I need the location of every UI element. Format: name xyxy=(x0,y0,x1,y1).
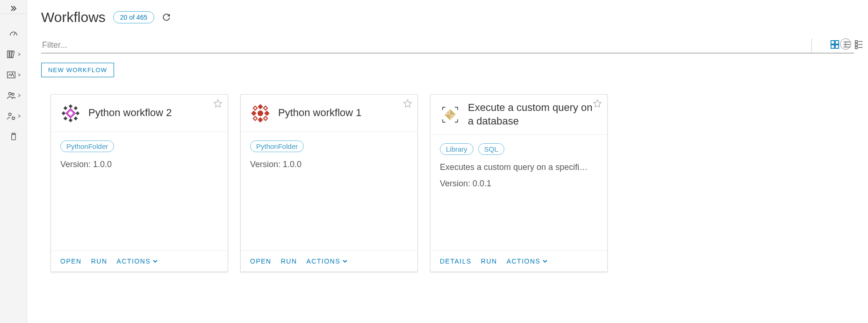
svg-rect-29 xyxy=(69,118,72,122)
card-body: LibrarySQLExecutes a custom query on a s… xyxy=(430,135,607,250)
activity-icon xyxy=(6,70,16,80)
favorite-button[interactable] xyxy=(213,98,224,110)
svg-rect-39 xyxy=(264,106,267,110)
open-button[interactable]: OPEN xyxy=(60,257,82,265)
chevron-right-icon xyxy=(17,52,21,56)
favorite-button[interactable] xyxy=(592,98,603,110)
card-description: Executes a custom query on a specifi… xyxy=(440,162,598,172)
rail-library[interactable] xyxy=(0,44,27,65)
actions-label: ACTIONS xyxy=(117,257,151,265)
version-label: Version: xyxy=(60,160,91,169)
tag-row: PythonFolder xyxy=(60,140,218,152)
rail-dashboard[interactable] xyxy=(0,23,27,44)
jar-icon xyxy=(9,132,18,142)
card-version: Version: 1.0.0 xyxy=(250,160,408,169)
tag-row: PythonFolder xyxy=(250,140,408,152)
svg-rect-1 xyxy=(7,51,9,58)
version-value: 1.0.0 xyxy=(283,160,301,169)
svg-rect-27 xyxy=(74,116,78,120)
svg-rect-11 xyxy=(835,41,839,44)
rail-assets[interactable] xyxy=(0,126,27,147)
svg-rect-17 xyxy=(855,41,858,43)
svg-rect-9 xyxy=(12,133,15,135)
workflow-card: Python workflow 1PythonFolderVersion: 1.… xyxy=(240,94,418,272)
tag[interactable]: Library xyxy=(440,143,473,155)
favorite-button[interactable] xyxy=(402,98,414,110)
open-button[interactable]: OPEN xyxy=(250,257,272,265)
chevron-right-icon xyxy=(17,73,21,77)
card-version: Version: 0.0.1 xyxy=(440,179,598,189)
run-button[interactable]: RUN xyxy=(481,257,497,265)
view-grid-button[interactable] xyxy=(829,38,841,51)
page-title: Workflows xyxy=(41,9,106,25)
svg-rect-37 xyxy=(264,110,269,116)
page-header: Workflows 20 of 465 xyxy=(41,9,854,25)
card-title: Python workflow 2 xyxy=(88,106,172,120)
svg-rect-36 xyxy=(251,110,256,116)
svg-rect-40 xyxy=(253,116,257,120)
svg-rect-12 xyxy=(831,45,834,48)
tag[interactable]: SQL xyxy=(478,143,504,155)
actions-dropdown[interactable]: ACTIONS xyxy=(307,257,348,265)
workflow-quilt-icon xyxy=(60,103,81,124)
actions-dropdown[interactable]: ACTIONS xyxy=(507,257,548,265)
svg-rect-13 xyxy=(835,45,839,48)
grid-icon xyxy=(830,39,840,50)
card-actions: DETAILSRUNACTIONS xyxy=(430,250,607,272)
star-icon xyxy=(592,98,603,109)
svg-rect-24 xyxy=(64,106,67,110)
card-header: Python workflow 1 xyxy=(241,95,417,132)
tag-row: LibrarySQL xyxy=(440,143,598,155)
svg-rect-25 xyxy=(74,106,78,110)
version-label: Version: xyxy=(250,160,280,169)
version-value: 0.0.1 xyxy=(473,179,491,188)
workflow-quilt-icon xyxy=(250,103,271,124)
list-icon xyxy=(842,39,852,50)
card-actions: OPENRUNACTIONS xyxy=(241,250,417,272)
rail-inventory[interactable] xyxy=(0,85,27,106)
tag[interactable]: PythonFolder xyxy=(250,140,304,152)
count-badge: 20 of 465 xyxy=(113,11,154,23)
card-body: PythonFolderVersion: 1.0.0 xyxy=(51,132,228,250)
tag[interactable]: PythonFolder xyxy=(60,140,114,152)
star-icon xyxy=(213,98,224,109)
chevron-down-icon xyxy=(542,258,548,264)
refresh-icon xyxy=(162,12,171,22)
rail-expand-button[interactable] xyxy=(0,3,27,14)
version-value: 1.0.0 xyxy=(93,160,112,169)
svg-rect-28 xyxy=(69,104,72,108)
card-title: Python workflow 1 xyxy=(278,106,362,120)
books-icon xyxy=(6,49,16,59)
chevron-down-icon xyxy=(342,258,348,264)
actions-label: ACTIONS xyxy=(307,257,341,265)
refresh-button[interactable] xyxy=(162,12,172,22)
svg-rect-26 xyxy=(64,116,67,120)
svg-rect-30 xyxy=(62,111,65,115)
run-button[interactable]: RUN xyxy=(91,257,108,265)
svg-rect-19 xyxy=(855,44,858,46)
star-icon xyxy=(402,98,414,109)
svg-point-6 xyxy=(8,113,11,116)
actions-dropdown[interactable]: ACTIONS xyxy=(117,257,158,265)
rail-activity[interactable] xyxy=(0,65,27,85)
svg-point-5 xyxy=(12,93,14,95)
tree-icon xyxy=(854,39,864,50)
svg-rect-34 xyxy=(258,104,263,109)
view-list-button[interactable] xyxy=(841,38,853,51)
details-button[interactable]: DETAILS xyxy=(440,257,472,265)
chevron-right-icon xyxy=(17,94,21,97)
svg-rect-31 xyxy=(76,111,79,115)
filter-input[interactable] xyxy=(41,37,840,53)
run-button[interactable]: RUN xyxy=(281,257,297,265)
card-header: Python workflow 2 xyxy=(51,95,228,132)
rail-admin[interactable] xyxy=(0,106,27,126)
view-tree-button[interactable] xyxy=(853,38,865,51)
card-actions: OPENRUNACTIONS xyxy=(51,250,228,272)
card-body: PythonFolderVersion: 1.0.0 xyxy=(241,132,417,250)
svg-rect-10 xyxy=(831,41,834,44)
new-workflow-button[interactable]: NEW WORKFLOW xyxy=(41,63,114,77)
filter-row: i xyxy=(41,37,854,53)
cards-container: Python workflow 2PythonFolderVersion: 1.… xyxy=(41,94,854,272)
svg-point-33 xyxy=(258,110,263,116)
users-icon xyxy=(6,90,16,101)
